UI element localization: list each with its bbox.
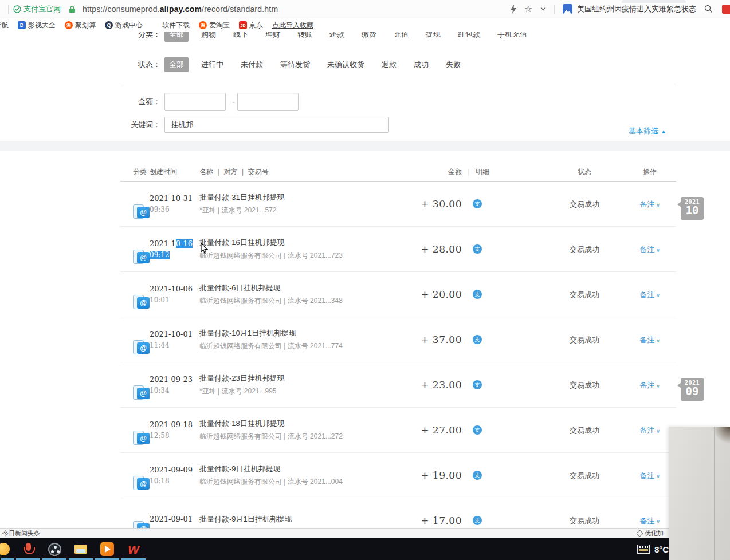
row-title: 批量付款-6日挂机邦提现: [199, 283, 405, 293]
bookmark-item[interactable]: JD京东: [239, 21, 263, 30]
bookmark-item[interactable]: 点此导入收藏: [272, 21, 313, 30]
alipay-logo-icon[interactable]: 支: [473, 290, 482, 299]
chevron-down-icon: ∨: [656, 519, 660, 524]
remark-link[interactable]: 备注∨: [639, 245, 660, 254]
alipay-records-page: 分类： 全部购物线下理财转账还款缴费充值提现红包款手机充值 状态： 全部进行中未…: [0, 32, 730, 528]
bookmark-label: 游戏中心: [115, 21, 143, 30]
news-ticker[interactable]: 美国纽约州因疫情进入灾难紧急状态: [563, 4, 696, 14]
header-created-time: 创建时间: [150, 167, 199, 177]
bookmark-item[interactable]: 淘爱淘宝: [199, 21, 230, 30]
keyword-input[interactable]: [164, 117, 389, 133]
lightning-icon[interactable]: [511, 5, 516, 14]
status-bar-text[interactable]: 今日新闻头条: [2, 529, 40, 538]
browser-extension-icon[interactable]: [722, 5, 730, 14]
input-method-icon[interactable]: [637, 545, 650, 554]
bandicam-icon[interactable]: [94, 538, 120, 560]
amount-min-input[interactable]: [164, 93, 226, 111]
bookmark-item[interactable]: D影视大全: [18, 21, 56, 30]
remark-link[interactable]: 备注∨: [639, 200, 660, 208]
mouse-cursor: [201, 243, 209, 254]
table-header: 分类 创建时间 名称 ｜ 对方 ｜ 交易号 金额 ｜明细 状态 操作: [120, 163, 676, 182]
amount-filter-label: 金额：: [120, 97, 160, 107]
selected-text: 0-16: [176, 239, 193, 248]
filter-option[interactable]: 全部: [164, 57, 189, 72]
alipay-logo-icon[interactable]: 支: [473, 380, 482, 389]
row-status: 交易成功: [570, 426, 599, 435]
row-status: 交易成功: [570, 245, 599, 254]
status-filter-row: 状态： 全部进行中未付款等待发货未确认收货退款成功失败: [120, 57, 465, 72]
alipay-logo-icon[interactable]: 支: [473, 199, 482, 208]
transaction-row: @2021-09-0910:18批量付款-9日挂机邦提现临沂超钱网络服务有限公司…: [120, 453, 676, 498]
filter-option[interactable]: 退款: [377, 57, 401, 72]
row-status: 交易成功: [570, 381, 599, 389]
alipay-logo-icon[interactable]: 支: [473, 425, 482, 435]
basic-filter-link[interactable]: 基本筛选 ▲: [629, 126, 666, 136]
remark-link[interactable]: 备注∨: [639, 516, 660, 525]
browser-topbar: 支付宝官网 https://consumeprod.alipay.com/rec…: [0, 0, 730, 18]
transaction-row: @2021-10-3109:36批量付款-31日挂机邦提现*亚坤 | 流水号 2…: [120, 182, 676, 227]
partial-app-icon[interactable]: [0, 538, 15, 560]
alipay-logo-icon[interactable]: 支: [473, 516, 482, 525]
filter-option[interactable]: 未确认收货: [323, 57, 369, 72]
row-date: 2021-09-23: [150, 375, 199, 384]
windows-taskbar: W 8°C: [0, 538, 730, 560]
lock-icon: [69, 5, 76, 13]
remark-link[interactable]: 备注∨: [639, 290, 660, 299]
chevron-down-icon: ∨: [656, 293, 660, 298]
status-filter-label: 状态：: [120, 60, 160, 70]
filter-option[interactable]: 未付款: [236, 57, 268, 72]
site-verified-badge[interactable]: 支付宝官网: [13, 4, 61, 14]
bookmark-item[interactable]: 淘聚划算: [65, 21, 96, 30]
filter-option[interactable]: 失败: [441, 57, 465, 72]
row-time: 09:36: [150, 206, 199, 214]
keyword-filter-label: 关键词：: [120, 120, 160, 130]
row-subtitle: 临沂超钱网络服务有限公司 | 流水号 2021...004: [199, 477, 405, 487]
temperature-text[interactable]: 8°C: [654, 545, 669, 554]
chevron-down-icon[interactable]: [540, 7, 546, 11]
header-status: 状态: [533, 167, 636, 177]
row-title: 批量付款-18日挂机邦提现: [199, 419, 405, 429]
row-amount: + 28.00: [421, 243, 462, 255]
remark-link[interactable]: 备注∨: [639, 381, 660, 389]
filter-option[interactable]: 等待发货: [276, 57, 315, 72]
alipay-logo-icon[interactable]: 支: [473, 471, 482, 480]
divider: [8, 5, 9, 14]
month-badge: 202110: [681, 197, 704, 220]
wps-icon[interactable]: W: [120, 538, 147, 560]
amount-max-input[interactable]: [237, 93, 299, 111]
chevron-down-icon: ∨: [656, 338, 660, 344]
microphone-icon[interactable]: [15, 538, 41, 560]
remark-link[interactable]: 备注∨: [639, 471, 660, 480]
remark-link[interactable]: 备注∨: [639, 426, 660, 435]
filter-option[interactable]: 进行中: [197, 57, 228, 72]
bookmark-item[interactable]: 导航: [0, 21, 9, 30]
row-date: 2021-09-09: [150, 466, 199, 474]
browser-tab[interactable]: [622, 0, 686, 3]
alipay-logo-icon[interactable]: 支: [473, 335, 482, 344]
search-icon[interactable]: [704, 5, 713, 13]
shield-check-icon: [13, 5, 21, 13]
transaction-row: @2021-10-0111:44批量付款-10月1日挂机邦提现临沂超钱网络服务有…: [120, 317, 676, 362]
browser-status-bar: 今日新闻头条 优化加: [0, 528, 730, 538]
row-subtitle: 临沂超钱网络服务有限公司 | 流水号 2021...774: [199, 341, 405, 351]
screen: 支付宝官网 https://consumeprod.alipay.com/rec…: [0, 0, 730, 560]
remark-link[interactable]: 备注∨: [639, 336, 660, 344]
chevron-down-icon: ∨: [656, 202, 660, 208]
row-amount: + 27.00: [421, 424, 462, 436]
bookmark-item[interactable]: 软件下载: [152, 21, 190, 30]
transaction-row: @2021-09-2310:34批量付款-23日挂机邦提现*亚坤 | 流水号 2…: [120, 362, 676, 408]
header-name-party-txid: 名称 ｜ 对方 ｜ 交易号: [199, 167, 405, 177]
file-explorer-icon[interactable]: [68, 538, 94, 560]
row-amount: + 37.00: [421, 334, 462, 345]
obs-icon[interactable]: [41, 538, 68, 560]
chevron-down-icon: ∨: [656, 383, 660, 389]
bookmark-label: 京东: [249, 21, 263, 30]
address-bar-url[interactable]: https://consumeprod.alipay.com/record/st…: [83, 5, 278, 14]
bookmark-item[interactable]: Q游戏中心: [105, 21, 143, 30]
filter-option[interactable]: 成功: [409, 57, 433, 72]
optimize-boost[interactable]: 优化加: [637, 529, 664, 538]
bookmark-star-icon[interactable]: ☆: [524, 5, 532, 14]
section-divider-band: [0, 141, 730, 151]
row-date: 2021-09-01: [150, 515, 199, 523]
alipay-logo-icon[interactable]: 支: [473, 244, 482, 254]
